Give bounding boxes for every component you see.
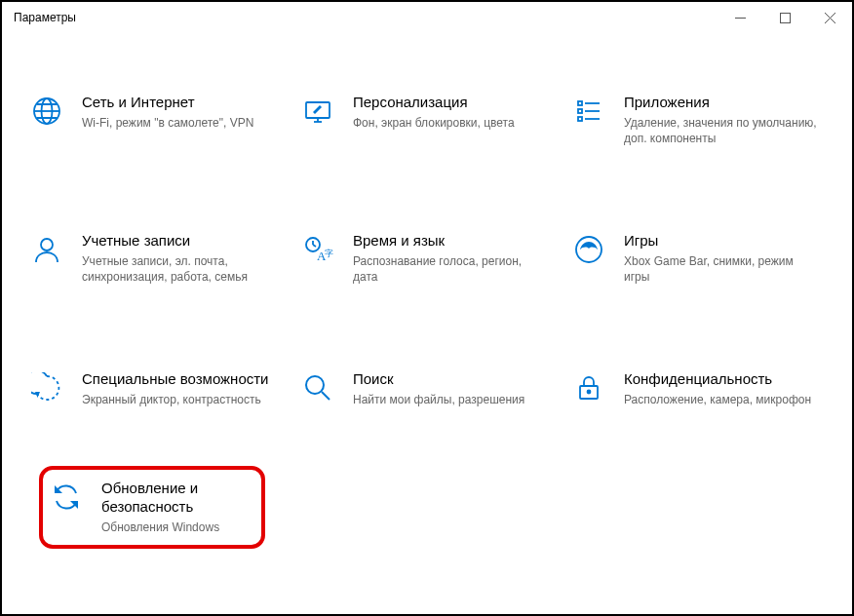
tile-title: Приложения: [624, 94, 819, 112]
settings-grid: Сеть и Интернет Wi-Fi, режим "в самолете…: [23, 88, 823, 413]
tile-desc: Удаление, значения по умолчанию, доп. ко…: [624, 115, 819, 146]
tile-title: Поиск: [353, 370, 524, 389]
minimize-icon: [735, 13, 746, 23]
tile-title: Сеть и Интернет: [82, 94, 253, 112]
maximize-icon: [780, 13, 791, 23]
close-button[interactable]: [807, 2, 852, 33]
close-icon: [825, 13, 835, 23]
personalize-icon: [300, 94, 335, 129]
tile-desc: Обновления Windows: [101, 520, 252, 535]
globe-icon: [29, 94, 64, 129]
content-area: Сеть и Интернет Wi-Fi, режим "в самолете…: [2, 33, 852, 614]
update-icon: [49, 480, 84, 515]
tile-desc: Учетные записи, эл. почта, синхронизация…: [82, 253, 277, 285]
time-language-icon: A 字: [300, 232, 335, 267]
tile-title: Специальные возможности: [82, 370, 269, 389]
person-icon: [29, 232, 64, 267]
svg-marker-23: [35, 392, 40, 398]
tile-time-language[interactable]: A 字 Время и язык Распознавание голоса, р…: [294, 226, 552, 290]
svg-line-25: [322, 392, 330, 400]
tile-title: Время и язык: [353, 232, 548, 250]
tile-desc: Найти мои файлы, разрешения: [353, 392, 524, 407]
settings-window: Параметры: [2, 2, 852, 614]
tile-privacy[interactable]: Конфиденциальность Расположение, камера,…: [565, 365, 823, 413]
svg-rect-14: [578, 117, 582, 121]
svg-text:字: 字: [325, 249, 333, 258]
minimize-button[interactable]: [718, 2, 762, 33]
apps-icon: [571, 94, 606, 129]
tile-desc: Распознавание голоса, регион, дата: [353, 253, 548, 285]
tile-accessibility[interactable]: Специальные возможности Экранный диктор,…: [23, 365, 281, 413]
window-title: Параметры: [14, 11, 76, 24]
svg-point-24: [306, 376, 324, 394]
tile-title: Персонализация: [353, 94, 515, 112]
tile-update-security[interactable]: Обновление и безопасность Обновления Win…: [39, 466, 265, 549]
tile-title: Обновление и безопасность: [101, 480, 252, 517]
tile-desc: Wi-Fi, режим "в самолете", VPN: [82, 115, 253, 131]
tile-title: Учетные записи: [82, 232, 277, 250]
svg-point-16: [41, 239, 53, 250]
svg-point-27: [588, 391, 591, 394]
tile-network[interactable]: Сеть и Интернет Wi-Fi, режим "в самолете…: [23, 88, 281, 152]
tile-title: Игры: [624, 232, 819, 250]
tile-desc: Фон, экран блокировки, цвета: [353, 115, 515, 131]
maximize-button[interactable]: [762, 2, 807, 33]
tile-desc: Экранный диктор, контрастность: [82, 392, 269, 407]
svg-rect-1: [780, 13, 790, 22]
tile-desc: Xbox Game Bar, снимки, режим игры: [624, 253, 819, 285]
tile-personalization[interactable]: Персонализация Фон, экран блокировки, цв…: [294, 88, 552, 152]
accessibility-icon: [29, 370, 64, 405]
svg-rect-12: [578, 109, 582, 113]
row-update: Обновление и безопасность Обновления Win…: [23, 466, 823, 549]
tile-search[interactable]: Поиск Найти мои файлы, разрешения: [294, 365, 552, 413]
tile-gaming[interactable]: Игры Xbox Game Bar, снимки, режим игры: [565, 226, 823, 290]
svg-rect-10: [578, 101, 582, 105]
tile-desc: Расположение, камера, микрофон: [624, 392, 811, 407]
tile-apps[interactable]: Приложения Удаление, значения по умолчан…: [565, 88, 823, 152]
svg-line-19: [313, 245, 316, 247]
tile-title: Конфиденциальность: [624, 370, 811, 389]
gaming-icon: [571, 232, 606, 267]
lock-icon: [571, 370, 606, 405]
search-icon: [300, 370, 335, 405]
window-controls: [718, 2, 852, 33]
titlebar: Параметры: [2, 2, 852, 33]
tile-accounts[interactable]: Учетные записи Учетные записи, эл. почта…: [23, 226, 281, 290]
svg-point-22: [576, 237, 602, 262]
